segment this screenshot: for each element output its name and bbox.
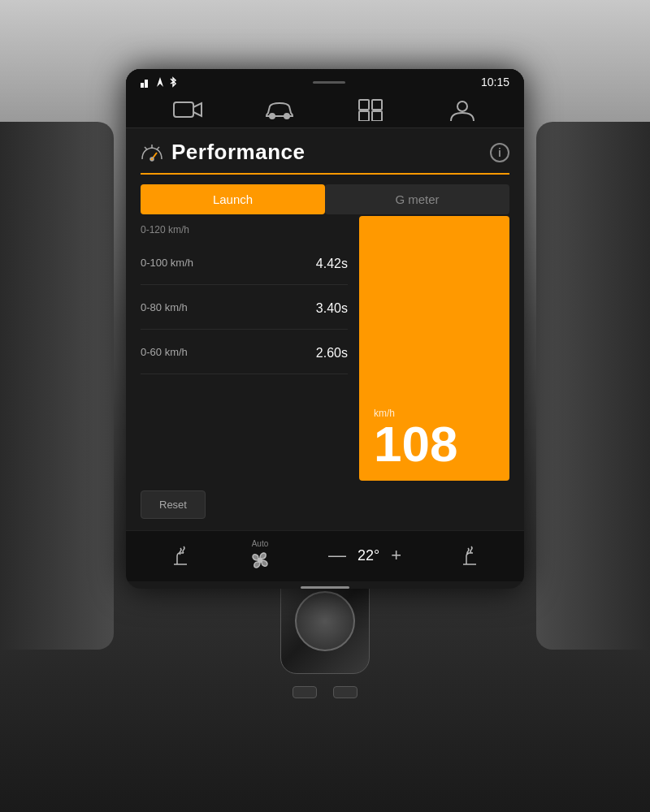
metric-row-100: 0-100 km/h 4.42s	[141, 240, 348, 285]
screen-content: 10:15	[126, 69, 524, 589]
temp-increase-button[interactable]: +	[391, 546, 401, 564]
metric-value-80: 3.40s	[316, 296, 348, 317]
svg-point-5	[284, 114, 289, 119]
tablet-screen: 10:15	[126, 69, 524, 589]
main-content: 0-120 km/h 0-100 km/h 4.42s 0-80 km/h 3.…	[126, 214, 524, 481]
svg-rect-8	[359, 111, 369, 121]
bottom-home-indicator	[301, 586, 349, 589]
svg-marker-0	[141, 83, 144, 88]
nav-bar	[126, 92, 524, 128]
metrics-list: 0-100 km/h 4.42s 0-80 km/h 3.40s 0-60 km…	[141, 240, 348, 481]
metrics-container: 0-100 km/h 4.42s 0-80 km/h 3.40s 0-60 km…	[141, 240, 509, 481]
nav-icon-status	[155, 77, 165, 87]
metric-row-80: 0-80 km/h 3.40s	[141, 285, 348, 330]
gear-btn-right	[333, 686, 358, 698]
reset-button[interactable]: Reset	[141, 490, 206, 519]
metric-label-100: 0-100 km/h	[141, 257, 193, 269]
metric-label-80: 0-80 km/h	[141, 301, 188, 313]
bottom-bar: Reset	[126, 481, 524, 530]
speed-panel: km/h 108	[359, 216, 509, 481]
gear-knob-area	[252, 568, 398, 731]
gear-btn-left	[292, 686, 317, 698]
interior-right-panel	[536, 122, 650, 650]
speed-value: 108	[374, 419, 457, 469]
svg-rect-9	[372, 111, 382, 121]
status-icons	[141, 76, 178, 88]
nav-car-icon[interactable]	[265, 98, 294, 121]
signal-icon	[141, 76, 152, 88]
metric-value-60: 2.60s	[316, 341, 348, 362]
svg-rect-6	[359, 100, 369, 110]
seat-heat-right-icon[interactable]	[458, 544, 481, 567]
temp-display: 22°	[358, 547, 379, 564]
metric-row-60: 0-60 km/h 2.60s	[141, 330, 348, 374]
temp-control: — 22° +	[328, 546, 401, 564]
auto-label: Auto	[252, 539, 269, 548]
fan-group[interactable]: Auto	[249, 539, 271, 572]
svg-marker-2	[157, 77, 163, 87]
status-time: 10:15	[481, 76, 509, 89]
gear-knob-buttons	[292, 686, 358, 698]
orange-divider	[141, 173, 509, 175]
bluetooth-icon	[168, 76, 178, 88]
tab-gmeter[interactable]: G meter	[325, 184, 509, 214]
climate-bar: Auto — 22° +	[126, 530, 524, 581]
nav-profile-icon[interactable]	[448, 98, 477, 121]
tab-launch[interactable]: Launch	[141, 184, 325, 214]
svg-rect-7	[372, 100, 382, 110]
top-indicator	[313, 81, 345, 84]
metric-value-100: 4.42s	[316, 252, 348, 273]
interior-left-panel	[0, 122, 114, 650]
svg-point-4	[270, 114, 275, 119]
nav-camera-icon[interactable]	[173, 98, 202, 121]
nav-grid-icon[interactable]	[356, 98, 385, 121]
temp-decrease-button[interactable]: —	[328, 546, 346, 564]
metric-label-60: 0-60 km/h	[141, 346, 188, 358]
tab-bar: Launch G meter	[141, 184, 509, 214]
app-title-group: Performance	[141, 140, 305, 165]
svg-rect-3	[174, 102, 193, 117]
info-button[interactable]: i	[490, 143, 509, 162]
app-header: Performance i	[126, 128, 524, 173]
performance-app-icon	[141, 143, 163, 162]
svg-marker-1	[145, 80, 148, 88]
svg-point-10	[457, 102, 467, 111]
app-title: Performance	[171, 140, 305, 165]
seat-heat-left-icon[interactable]	[169, 544, 192, 567]
svg-point-12	[150, 158, 154, 161]
status-bar: 10:15	[126, 69, 524, 92]
